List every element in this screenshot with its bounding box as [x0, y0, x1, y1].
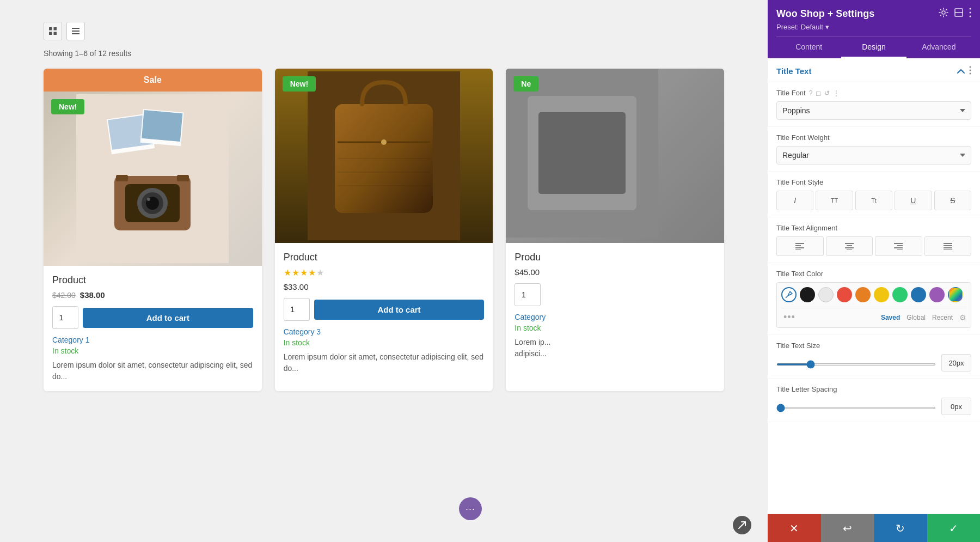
align-left-button[interactable]: [776, 236, 824, 256]
title-text-size-slider-wrapper: [776, 358, 936, 368]
title-font-select[interactable]: Poppins Arial Helvetica Georgia: [776, 101, 971, 120]
title-text-alignment-row: Title Text Alignment: [768, 217, 980, 263]
tab-content[interactable]: Content: [776, 37, 841, 58]
color-swatch-yellow[interactable]: [874, 287, 889, 302]
alignment-buttons: [776, 236, 971, 256]
floating-dots-button[interactable]: ···: [459, 497, 482, 520]
diagonal-arrow-button[interactable]: [733, 516, 751, 534]
tab-design[interactable]: Design: [841, 37, 906, 58]
add-to-cart-button-2[interactable]: Add to cart: [314, 300, 485, 320]
price-regular-3: $45.00: [514, 267, 540, 277]
color-swatch-gradient[interactable]: [948, 287, 963, 302]
in-stock-3: In stock: [514, 324, 715, 332]
align-justify-button[interactable]: [924, 236, 972, 256]
svg-point-34: [970, 8, 971, 10]
list-view-button[interactable]: [66, 22, 85, 40]
undo-button[interactable]: ↩: [821, 514, 874, 542]
svg-rect-3: [54, 32, 57, 35]
title-text-size-row: Title Text Size: [768, 335, 980, 379]
color-swatch-light[interactable]: [818, 287, 834, 302]
color-swatch-blue[interactable]: [911, 287, 926, 302]
align-center-button[interactable]: [826, 236, 873, 256]
color-swatch-green[interactable]: [892, 287, 908, 302]
title-font-weight-select[interactable]: Regular Bold Light Medium SemiBold: [776, 146, 971, 165]
title-text-alignment-label: Title Text Alignment: [776, 224, 971, 232]
color-picker: ••• Saved Global Recent ⚙: [776, 282, 971, 328]
panel-preset[interactable]: Preset: Default ▾: [776, 23, 971, 31]
title-text-size-slider[interactable]: [776, 363, 936, 366]
color-swatch-orange[interactable]: [855, 287, 871, 302]
color-swatch-purple[interactable]: [929, 287, 945, 302]
product-image-svg-2: [308, 71, 460, 240]
in-stock-2: In stock: [284, 338, 485, 347]
right-panel: Woo Shop + Settings: [768, 0, 980, 542]
title-text-size-label: Title Text Size: [776, 342, 971, 350]
qty-input-2[interactable]: [284, 298, 310, 321]
svg-point-31: [942, 11, 945, 14]
color-gear-icon[interactable]: ⚙: [959, 313, 966, 322]
color-tab-recent[interactable]: Recent: [932, 314, 953, 321]
panel-tabs: Content Design Advanced: [776, 36, 971, 58]
more-icon[interactable]: [969, 8, 971, 20]
section-more-button[interactable]: [969, 66, 971, 76]
svg-rect-1: [54, 27, 57, 31]
title-font-more-icon[interactable]: ⋮: [833, 89, 840, 97]
showing-text: Showing 1–6 of 12 results: [44, 49, 724, 58]
panel-content: Title Font ? ◻ ↺ ⋮ Poppins Arial Helveti…: [768, 82, 980, 514]
main-content: Showing 1–6 of 12 results Sale New!: [0, 0, 768, 542]
title-text-size-input[interactable]: [941, 354, 971, 372]
font-style-buttons: I TT Tt U S: [776, 191, 971, 210]
product-card: Sale New!: [44, 69, 262, 391]
cancel-button[interactable]: ✕: [768, 514, 821, 542]
svg-rect-18: [116, 175, 128, 181]
grid-view-button[interactable]: [44, 22, 62, 40]
align-right-button[interactable]: [875, 236, 922, 256]
color-more-button[interactable]: •••: [781, 312, 798, 323]
add-to-cart-button-1[interactable]: Add to cart: [83, 308, 253, 328]
uppercase-button[interactable]: TT: [816, 191, 853, 210]
color-tab-global[interactable]: Global: [906, 314, 926, 321]
tab-advanced[interactable]: Advanced: [906, 37, 971, 58]
price-regular-2: $33.00: [284, 282, 309, 291]
sale-banner: Sale: [44, 69, 262, 92]
title-font-label-text: Title Font: [776, 89, 806, 97]
redo-button[interactable]: ↻: [874, 514, 927, 542]
category-link-1[interactable]: Category 1: [52, 336, 253, 344]
svg-point-38: [970, 70, 971, 71]
undo-icon: ↩: [843, 522, 852, 535]
preset-chevron: ▾: [825, 23, 829, 31]
title-letter-spacing-label: Title Letter Spacing: [776, 385, 971, 393]
product-card-2: New!: [275, 69, 493, 391]
category-link-2[interactable]: Category 3: [284, 327, 485, 336]
underline-button[interactable]: U: [895, 191, 932, 210]
settings-icon[interactable]: [939, 8, 948, 20]
color-swatch-red[interactable]: [837, 287, 852, 302]
color-picker-active[interactable]: [781, 287, 797, 302]
color-tab-saved[interactable]: Saved: [881, 314, 900, 321]
title-font-label: Title Font ? ◻ ↺ ⋮: [776, 89, 971, 97]
title-font-square-icon[interactable]: ◻: [816, 89, 821, 97]
product-info-3: Produ $45.00 Category In stock Lorem ip.…: [506, 243, 724, 368]
svg-point-35: [970, 12, 971, 14]
collapse-button[interactable]: [957, 67, 965, 76]
save-button[interactable]: ✓: [927, 514, 981, 542]
title-letter-spacing-input[interactable]: [941, 398, 971, 415]
layout-icon[interactable]: [954, 8, 964, 20]
description-2: Lorem ipsum dolor sit amet, consectetur …: [284, 351, 485, 374]
capitalize-button[interactable]: Tt: [855, 191, 892, 210]
title-letter-spacing-slider[interactable]: [776, 407, 936, 409]
qty-input-1[interactable]: [52, 306, 78, 329]
qty-input-3[interactable]: [514, 283, 541, 306]
title-font-help-icon[interactable]: ?: [809, 89, 813, 97]
italic-button[interactable]: I: [776, 191, 813, 210]
svg-line-56: [739, 522, 745, 528]
strikethrough-button[interactable]: S: [934, 191, 971, 210]
title-font-reset-icon[interactable]: ↺: [824, 89, 830, 97]
product-name-2: Product: [284, 252, 485, 263]
svg-point-24: [381, 139, 387, 145]
section-controls: [957, 66, 971, 76]
product-price-2: $33.00: [284, 282, 485, 291]
svg-rect-4: [72, 28, 79, 29]
color-swatch-black[interactable]: [800, 287, 815, 302]
category-link-3[interactable]: Category: [514, 313, 715, 321]
